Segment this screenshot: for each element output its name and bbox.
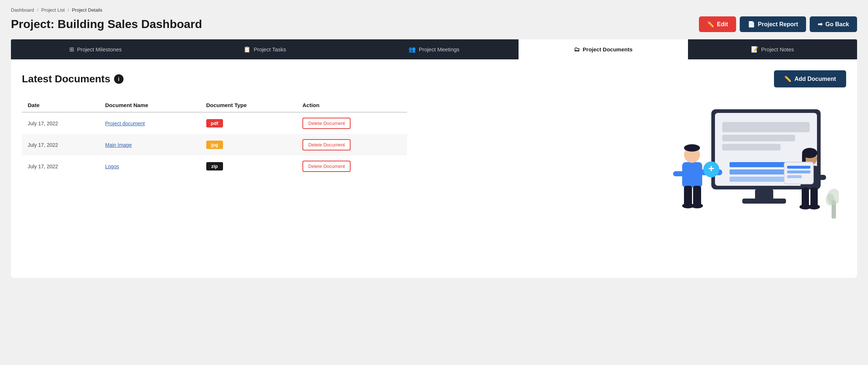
documents-table: Date Document Name Document Type Action … bbox=[22, 98, 407, 177]
svg-point-12 bbox=[684, 144, 700, 152]
table-area: Date Document Name Document Type Action … bbox=[22, 98, 664, 229]
cell-doctype: pdf bbox=[200, 112, 297, 134]
tab-notes-label: Project Notes bbox=[761, 46, 794, 52]
svg-rect-8 bbox=[755, 189, 773, 200]
cell-action[interactable]: Delete Document bbox=[297, 112, 407, 134]
type-badge: pdf bbox=[206, 119, 223, 127]
tab-tasks[interactable]: 📋 Project Tasks bbox=[180, 39, 349, 59]
svg-rect-16 bbox=[693, 186, 701, 206]
breadcrumb-current: Project Details bbox=[72, 7, 102, 13]
svg-rect-14 bbox=[673, 171, 684, 176]
document-link[interactable]: Project document bbox=[105, 121, 145, 126]
col-date: Date bbox=[22, 98, 99, 112]
edit-icon: ✏️ bbox=[707, 21, 714, 28]
section-header: Latest Documents i ✏️ Add Document bbox=[22, 70, 846, 87]
svg-rect-26 bbox=[815, 175, 826, 180]
tasks-icon: 📋 bbox=[243, 46, 251, 53]
tab-documents-label: Project Documents bbox=[583, 46, 633, 52]
breadcrumb-dashboard[interactable]: Dashboard bbox=[11, 7, 34, 13]
svg-rect-33 bbox=[787, 170, 810, 173]
cell-date: July 17, 2022 bbox=[22, 134, 99, 156]
svg-rect-10 bbox=[682, 162, 702, 188]
goback-label: Go Back bbox=[825, 21, 849, 28]
document-link[interactable]: Logos bbox=[105, 164, 119, 169]
svg-rect-15 bbox=[684, 186, 692, 206]
delete-document-button[interactable]: Delete Document bbox=[302, 139, 351, 150]
content-layout: Date Document Name Document Type Action … bbox=[22, 98, 846, 229]
tab-tasks-label: Project Tasks bbox=[254, 46, 286, 52]
type-badge: zip bbox=[206, 162, 223, 170]
illustration: + bbox=[671, 98, 839, 229]
edit-label: Edit bbox=[717, 21, 728, 28]
edit-button[interactable]: ✏️ Edit bbox=[699, 16, 736, 32]
tab-meetings-label: Project Meetings bbox=[419, 46, 460, 52]
add-doc-label: Add Document bbox=[794, 76, 836, 82]
document-link[interactable]: Main Image bbox=[105, 142, 132, 148]
section-title-group: Latest Documents i bbox=[22, 73, 124, 85]
project-report-button[interactable]: 📄 Project Report bbox=[740, 16, 806, 32]
cell-action[interactable]: Delete Document bbox=[297, 134, 407, 156]
notes-icon: 📝 bbox=[751, 46, 758, 53]
tabs-bar: ⊞ Project Milestones 📋 Project Tasks 👥 P… bbox=[11, 39, 857, 59]
section-title: Latest Documents bbox=[22, 73, 110, 85]
page-wrapper: Dashboard / Project List / Project Detai… bbox=[0, 0, 868, 285]
milestones-icon: ⊞ bbox=[69, 46, 74, 53]
svg-rect-4 bbox=[722, 144, 781, 150]
cell-doctype: jpg bbox=[200, 134, 297, 156]
illustration-container: + bbox=[664, 98, 846, 229]
col-doctype: Document Type bbox=[200, 98, 297, 112]
main-content: Latest Documents i ✏️ Add Document Date … bbox=[11, 59, 857, 278]
tab-notes[interactable]: 📝 Project Notes bbox=[688, 39, 857, 59]
go-back-button[interactable]: ➡ Go Back bbox=[810, 16, 857, 32]
page-title: Project: Building Sales Dashboard bbox=[11, 17, 202, 31]
breadcrumb-sep-1: / bbox=[37, 7, 39, 13]
breadcrumb-sep-2: / bbox=[68, 7, 69, 13]
cell-docname[interactable]: Main Image bbox=[99, 134, 200, 156]
svg-rect-32 bbox=[787, 166, 810, 169]
report-label: Project Report bbox=[758, 21, 798, 28]
cell-docname[interactable]: Project document bbox=[99, 112, 200, 134]
cell-date: July 17, 2022 bbox=[22, 156, 99, 177]
documents-icon: 🗂 bbox=[574, 46, 580, 53]
table-row: July 17, 2022Project documentpdfDelete D… bbox=[22, 112, 407, 134]
svg-point-37 bbox=[826, 194, 834, 205]
table-row: July 17, 2022Main ImagejpgDelete Documen… bbox=[22, 134, 407, 156]
cell-docname[interactable]: Logos bbox=[99, 156, 200, 177]
tab-documents[interactable]: 🗂 Project Documents bbox=[519, 39, 688, 59]
breadcrumb: Dashboard / Project List / Project Detai… bbox=[11, 7, 857, 13]
svg-point-30 bbox=[808, 204, 820, 209]
col-docname: Document Name bbox=[99, 98, 200, 112]
svg-rect-3 bbox=[722, 135, 795, 141]
report-icon: 📄 bbox=[748, 21, 755, 28]
delete-document-button[interactable]: Delete Document bbox=[302, 161, 351, 172]
svg-rect-9 bbox=[742, 199, 786, 204]
goback-icon: ➡ bbox=[818, 21, 822, 28]
info-icon[interactable]: i bbox=[114, 74, 124, 84]
tab-milestones-label: Project Milestones bbox=[77, 46, 122, 52]
col-action: Action bbox=[297, 98, 407, 112]
add-document-button[interactable]: ✏️ Add Document bbox=[774, 70, 846, 87]
svg-point-18 bbox=[691, 203, 703, 208]
header-actions: ✏️ Edit 📄 Project Report ➡ Go Back bbox=[699, 16, 857, 32]
svg-text:+: + bbox=[708, 163, 714, 174]
type-badge: jpg bbox=[206, 141, 223, 149]
cell-date: July 17, 2022 bbox=[22, 112, 99, 134]
svg-rect-34 bbox=[787, 175, 802, 178]
cell-action[interactable]: Delete Document bbox=[297, 156, 407, 177]
delete-document-button[interactable]: Delete Document bbox=[302, 118, 351, 129]
svg-rect-2 bbox=[722, 122, 810, 132]
add-doc-icon: ✏️ bbox=[784, 75, 791, 82]
tab-meetings[interactable]: 👥 Project Meetings bbox=[349, 39, 519, 59]
table-row: July 17, 2022LogoszipDelete Document bbox=[22, 156, 407, 177]
page-header: Project: Building Sales Dashboard ✏️ Edi… bbox=[11, 16, 857, 32]
tab-milestones[interactable]: ⊞ Project Milestones bbox=[11, 39, 180, 59]
cell-doctype: zip bbox=[200, 156, 297, 177]
meetings-icon: 👥 bbox=[408, 46, 416, 53]
breadcrumb-project-list[interactable]: Project List bbox=[41, 7, 64, 13]
